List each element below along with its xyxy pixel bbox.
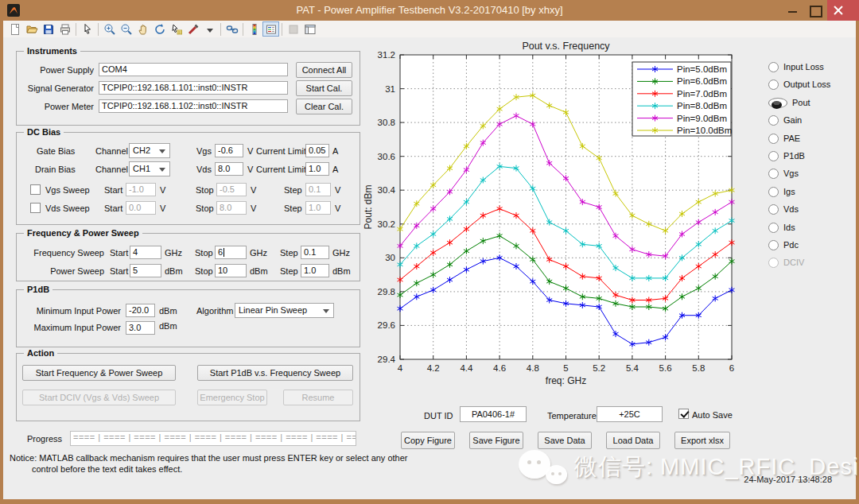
save-data-button[interactable]: Save Data: [538, 432, 592, 449]
toolbar-zoom-in-button[interactable]: [101, 21, 118, 37]
clear-cal-button[interactable]: Clear Cal.: [296, 99, 352, 114]
vgs-sweep-start-unit: V: [160, 185, 165, 195]
minimize-button[interactable]: [783, 0, 803, 21]
vds-sweep-label: Vds Sweep: [45, 204, 90, 213]
auto-save-checkbox[interactable]: [678, 409, 689, 419]
emergency-stop-button: Emergency Stop: [197, 390, 267, 405]
show-plot-tools-icon: [304, 23, 317, 36]
drain-ilim-input[interactable]: 1.0: [305, 162, 329, 176]
radio-button-icon: [768, 115, 779, 126]
text-caret: [223, 248, 224, 257]
gate-ilim-input[interactable]: 0.05: [305, 144, 329, 157]
radio-label: PAE: [783, 134, 800, 143]
radio-pae[interactable]: PAE: [768, 132, 800, 145]
vds-label: Vds: [191, 165, 212, 174]
power-meter-input[interactable]: TCPIP0::192.168.1.102::inst0::INSTR: [99, 99, 288, 113]
radio-pout[interactable]: Pout: [768, 96, 810, 109]
gate-channel-select[interactable]: CH2: [129, 143, 170, 158]
svg-text:freq: GHz: freq: GHz: [546, 375, 586, 386]
vgs-sweep-start-label: Start: [104, 185, 122, 195]
new-figure-icon: [9, 23, 21, 36]
vds-sweep-step-input[interactable]: 1.0: [305, 201, 331, 215]
dut-id-input[interactable]: PA0406-1#: [460, 406, 527, 422]
vds-sweep-stop-unit: V: [251, 204, 256, 213]
panel-title: Instruments: [24, 46, 80, 56]
radio-ids[interactable]: Ids: [768, 221, 795, 234]
radio-button-icon: [768, 187, 779, 197]
toolbar-link-plots-button[interactable]: [223, 21, 240, 37]
connect-all-button[interactable]: Connect All: [296, 62, 352, 78]
export-xlsx-button[interactable]: Export xlsx: [674, 432, 730, 449]
power-step-unit: dBm: [332, 266, 351, 276]
toolbar-show-plot-tools-button[interactable]: [301, 21, 318, 37]
gate-channel-label: Channel: [95, 146, 128, 156]
toolbar-brush-button[interactable]: [185, 21, 201, 37]
power-start-unit: dBm: [165, 266, 183, 276]
save-figure-button[interactable]: Save Figure: [469, 432, 523, 449]
start-p1db-sweep-button[interactable]: Start P1dB v.s. Frequency Sweep: [197, 365, 353, 381]
toolbar-hide-plot-tools-button[interactable]: [285, 21, 301, 37]
radio-vds[interactable]: Vds: [768, 203, 799, 215]
toolbar-insert-legend-button[interactable]: [262, 21, 279, 37]
radio-input-loss[interactable]: Input Loss: [768, 60, 824, 73]
maximize-button[interactable]: [805, 0, 826, 21]
toolbar-insert-colorbar-button[interactable]: [246, 21, 262, 37]
max-input-power-input[interactable]: 3.0: [126, 321, 155, 335]
vds-sweep-start-input[interactable]: 0.0: [126, 201, 156, 215]
radio-vgs[interactable]: Vgs: [768, 167, 799, 180]
power-start-input[interactable]: 5: [130, 264, 161, 277]
toolbar-brush-dropdown-button[interactable]: [201, 21, 218, 37]
svg-text:5.4: 5.4: [626, 363, 639, 373]
freq-start-input[interactable]: 4: [130, 246, 161, 259]
freq-start-unit: GHz: [165, 248, 182, 258]
toolbar-zoom-out-button[interactable]: [118, 21, 134, 37]
min-input-power-unit: dBm: [159, 306, 177, 316]
radio-pdc[interactable]: Pdc: [768, 238, 799, 251]
temperature-input[interactable]: +25C: [597, 406, 663, 422]
toolbar-data-cursor-button[interactable]: [168, 21, 185, 37]
drain-channel-select[interactable]: CH1: [129, 161, 170, 176]
copy-figure-button[interactable]: Copy Figure: [401, 432, 455, 449]
close-button[interactable]: [827, 0, 859, 21]
title-bar: PAT - Power Amplifier Testbench V3.2-201…: [0, 0, 859, 21]
vgs-sweep-step-input[interactable]: 0.1: [305, 183, 331, 196]
radio-igs[interactable]: Igs: [768, 185, 795, 198]
power-step-input[interactable]: 1.0: [301, 264, 329, 277]
svg-text:Pin=7.0dBm: Pin=7.0dBm: [677, 89, 727, 99]
vds-input[interactable]: 8.0: [215, 162, 243, 176]
toolbar-rotate-3d-button[interactable]: [151, 21, 168, 37]
notice-line1: Notice: MATLAB callback mechanism requir…: [10, 453, 408, 463]
vds-sweep-start-unit: V: [160, 204, 165, 213]
start-cal-button[interactable]: Start Cal.: [296, 80, 352, 96]
freq-stop-input[interactable]: 6: [215, 246, 247, 259]
power-supply-input[interactable]: COM4: [99, 63, 288, 76]
toolbar-save-figure-button[interactable]: [40, 21, 56, 37]
radio-gain[interactable]: Gain: [768, 114, 802, 126]
toolbar-pan-button[interactable]: [134, 21, 151, 37]
vgs-input[interactable]: -0.6: [215, 144, 243, 157]
svg-text:5.2: 5.2: [593, 363, 605, 373]
power-stop-input[interactable]: 10: [215, 264, 247, 277]
vds-sweep-checkbox[interactable]: [30, 203, 41, 213]
radio-output-loss[interactable]: Output Loss: [768, 78, 830, 91]
vgs-sweep-start-input[interactable]: -1.0: [126, 183, 156, 196]
notice-line2: control before the text edit takes effec…: [32, 464, 182, 474]
load-data-button[interactable]: Load Data: [606, 432, 660, 449]
radio-p1db[interactable]: P1dB: [768, 149, 805, 162]
start-freq-power-sweep-button[interactable]: Start Frequency & Power Sweep: [22, 365, 176, 381]
signal-generator-input[interactable]: TCPIP0::192.168.1.101::inst0::INSTR: [99, 81, 288, 95]
rotate-3d-icon: [154, 23, 166, 36]
vgs-sweep-stop-input[interactable]: -0.5: [216, 183, 247, 196]
brush-dropdown-icon: [204, 23, 216, 36]
toolbar-open-file-button[interactable]: [23, 21, 40, 37]
algorithm-select[interactable]: Linear Pin Sweep: [235, 303, 334, 318]
vgs-sweep-checkbox[interactable]: [30, 184, 41, 195]
toolbar-print-figure-button[interactable]: [56, 21, 73, 37]
toolbar-edit-plot-cursor-button[interactable]: [79, 21, 95, 37]
min-input-power-input[interactable]: -20.0: [126, 304, 155, 317]
vds-sweep-stop-input[interactable]: 8.0: [216, 201, 247, 215]
toolbar-separator: [76, 23, 76, 36]
toolbar-new-figure-button[interactable]: [6, 21, 23, 37]
max-input-power-unit: dBm: [159, 321, 177, 331]
freq-step-input[interactable]: 0.1: [301, 246, 329, 259]
